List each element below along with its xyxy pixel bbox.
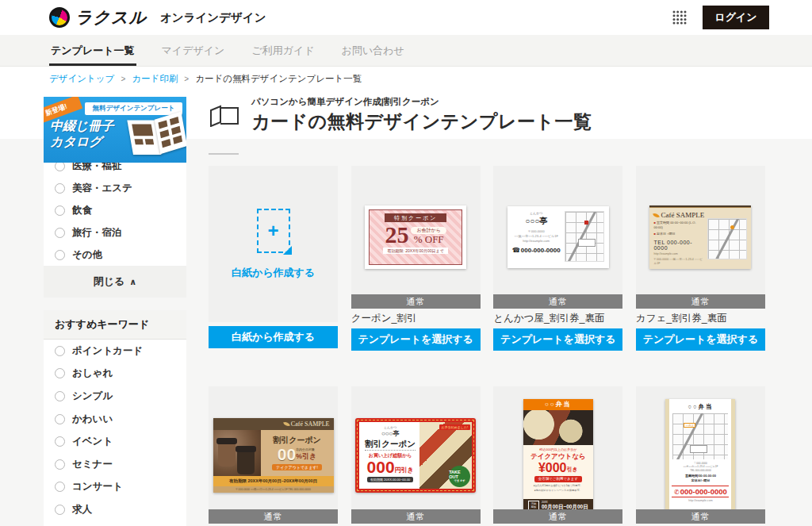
coffee-cup	[218, 443, 236, 466]
radio-icon	[55, 250, 65, 260]
radio-icon	[55, 205, 65, 216]
template-card-cafe-coupon: Café SAMPLE 割引クーポン 00	[209, 386, 338, 524]
category-label: 旅行・宿泊	[72, 226, 122, 240]
brand-logo-text[interactable]: ラクスル	[75, 6, 147, 29]
chevron-up-icon: ∧	[129, 277, 136, 286]
header: ラクスル オンラインデザイン ログイン	[0, 0, 812, 35]
shop-name: ○○○亭	[381, 429, 400, 438]
holiday-label: 定休日	[657, 232, 666, 236]
keyword-option-point-card[interactable]: ポイントカード	[44, 340, 186, 363]
bento-coupon-suffix: 円引き	[395, 466, 414, 475]
breadcrumb-separator: >	[184, 75, 189, 83]
keyword-option-cute[interactable]: かわいい	[44, 408, 186, 431]
tonkatsu-preview-image: とんかつ ○○○亭 〒000-0000 ○○県○○市○○1-23-4 ○○○ビル…	[508, 206, 609, 268]
breadcrumb-link-card-print[interactable]: カード印刷	[132, 73, 178, 85]
nav-tab-contact[interactable]: お問い合わせ	[340, 35, 406, 66]
map-image	[565, 211, 604, 262]
bento-takeout-amount: ¥000	[538, 462, 567, 474]
shop-tel: 000-000-0000	[672, 486, 729, 497]
coffee-photo	[213, 430, 261, 476]
template-preview-bento-map[interactable]: ○○弁当 ○○弁当 〒000-0000 ○○県○○市○○1-23-4 ○○○ビル…	[636, 386, 765, 524]
radio-icon	[55, 346, 65, 356]
plus-icon: +	[267, 221, 278, 240]
category-option-travel[interactable]: 旅行・宿泊	[44, 221, 186, 244]
radio-icon	[55, 459, 65, 470]
select-template-button[interactable]: テンプレートを選択する	[636, 328, 765, 351]
breadcrumb-link-design-top[interactable]: デザイントップ	[49, 73, 114, 85]
template-preview-cafe-coupon[interactable]: Café SAMPLE 割引クーポン 00	[209, 386, 338, 524]
keyword-option-seminar[interactable]: セミナー	[44, 453, 186, 476]
keyword-option-event[interactable]: イベント	[44, 430, 186, 453]
bento-coupon-title: 割引クーポン	[365, 439, 416, 451]
keyword-label: セミナー	[72, 458, 113, 471]
category-option-other[interactable]: その他	[44, 244, 186, 266]
raksul-logo-icon[interactable]	[49, 7, 70, 28]
template-grid: + 白紙から作成する 白紙から作成する 特別クーポン 25	[209, 166, 765, 524]
keyword-label: 求人	[72, 503, 92, 516]
shop-url: http://example.com	[523, 239, 550, 244]
keyword-label: コンサート	[72, 480, 123, 493]
template-preview-bento-coupon[interactable]: とんかつ ○○○亭 割引クーポン お買い上げ総額から 000 円引き 有効期限 …	[351, 386, 481, 524]
fine-print: ●お1人様1回のお会計につき1枚ご利用可。	[534, 484, 583, 488]
cafe-coupon-address: 〒000-0000 ○○県○○市○○1-23-4 ○○○ビル1F TEL 000…	[213, 486, 334, 493]
template-preview-bento-takeout[interactable]: ○○弁当 税込000円以上のお弁当が テイクアウトなら ¥000 引き 全店舗で…	[493, 386, 622, 524]
template-card-bento-map: ○○弁当 ○○弁当 〒000-0000 ○○県○○市○○1-23-4 ○○○ビル…	[636, 386, 765, 524]
coupon-expiry: 有効期限: 20XX年00月00日まで	[383, 248, 447, 254]
status-badge: 通常	[493, 294, 622, 309]
page-title: カードの無料デザインテンプレート一覧	[251, 109, 592, 134]
takeout-subtext: できます	[454, 479, 465, 483]
fold-corner-icon	[283, 246, 292, 255]
period-label: 有効期限	[528, 501, 539, 510]
shop-name: ○○弁当	[688, 403, 713, 411]
keyword-option-concert[interactable]: コンサート	[44, 476, 186, 499]
template-card-cafe: Café SAMPLE ■ 営業時間 00:00~00:00 (L.O. 00:…	[636, 166, 765, 351]
login-button[interactable]: ログイン	[703, 6, 769, 29]
bento-takeout-suffix: 引き	[567, 466, 578, 474]
status-badge: 通常	[493, 509, 622, 524]
ribbon-badge: お弁当始めました!	[439, 424, 471, 430]
radio-icon	[55, 368, 65, 378]
template-name: クーポン_割引	[351, 312, 481, 324]
keyword-option-recruit[interactable]: 求人	[44, 498, 186, 521]
map-image: ○○弁当	[672, 413, 728, 459]
collapse-button[interactable]: 閉じる∧	[44, 266, 186, 298]
coupon-unit: % OFF	[414, 234, 444, 245]
select-template-button[interactable]: テンプレートを選択する	[493, 328, 622, 351]
banner-title-line1: 中綴じ冊子	[50, 118, 113, 134]
blank-create-label: 白紙から作成する	[232, 266, 315, 280]
keyword-option-stylish[interactable]: おしゃれ	[44, 363, 186, 386]
category-option-beauty[interactable]: 美容・エステ	[44, 177, 186, 199]
nav-tab-my-design[interactable]: マイデザイン	[160, 35, 227, 66]
cafe-coupon-amount: 00	[278, 446, 296, 463]
takeout-text: TAKE OUT	[449, 470, 470, 479]
cafe-brand: Café SAMPLE	[661, 211, 704, 219]
bento-photo	[523, 410, 593, 445]
nav-tab-guide[interactable]: ご利用ガイド	[250, 35, 316, 66]
catalog-banner[interactable]: 新登場! 無料デザインテンプレート 中綴じ冊子 カタログ	[44, 97, 186, 163]
keyword-option-sale[interactable]: セール	[44, 521, 186, 526]
coupon-preview-image: 特別クーポン 25 お会計から % OFF 有効期限: 20XX年00月00日ま…	[365, 205, 466, 269]
create-from-blank-button[interactable]: 白紙から作成する	[209, 326, 338, 348]
bento-coupon-expiry: 有効期限 20XX.00.00~00.00	[367, 477, 413, 482]
cafe-address: 〒000-0000 ○○県○○市○○1-23-4 ○○○ビル1F	[653, 258, 704, 266]
hours-label: 営業時間	[657, 221, 669, 225]
category-option-food[interactable]: 飲食	[44, 199, 186, 221]
shop-address-line: ○○県○○市○○1-23-4 ○○○ビル1F	[683, 465, 718, 469]
bento-takeout-title: テイクアウトなら	[530, 452, 586, 462]
divider-dash	[209, 153, 239, 155]
blank-create-tile[interactable]: + 白紙から作成する	[209, 166, 338, 322]
template-card-bento-coupon: とんかつ ○○○亭 割引クーポン お買い上げ総額から 000 円引き 有効期限 …	[351, 386, 481, 524]
template-preview-tonkatsu[interactable]: とんかつ ○○○亭 〒000-0000 ○○県○○市○○1-23-4 ○○○ビル…	[493, 166, 622, 309]
apps-grid-icon[interactable]	[672, 10, 687, 25]
select-template-button[interactable]: テンプレートを選択する	[351, 328, 481, 351]
keyword-option-simple[interactable]: シンプル	[44, 385, 186, 408]
shop-url: http://example.com	[688, 499, 712, 502]
template-preview-cafe[interactable]: Café SAMPLE ■ 営業時間 00:00~00:00 (L.O. 00:…	[636, 166, 765, 309]
keyword-label: かわいい	[72, 413, 113, 426]
nav-tab-template-list[interactable]: テンプレート一覧	[49, 35, 136, 66]
shop-kana: とんかつ	[530, 211, 542, 215]
category-label: 美容・エステ	[72, 182, 132, 195]
template-preview-coupon[interactable]: 特別クーポン 25 お会計から % OFF 有効期限: 20XX年00月00日ま…	[351, 166, 481, 309]
leaf-icon	[283, 420, 290, 428]
page-subtitle: パソコンから簡単デザイン作成|割引クーポン	[251, 96, 592, 108]
